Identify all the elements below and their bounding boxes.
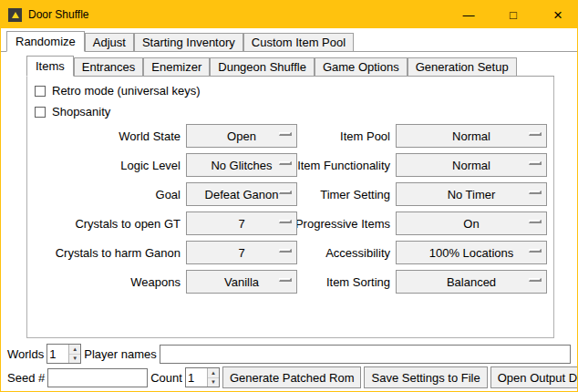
- worlds-spin-buttons: ▲ ▼: [68, 345, 80, 363]
- randomize-pane: Items Entrances Enemizer Dungeon Shuffle…: [26, 56, 554, 338]
- shopsanity-checkbox[interactable]: [35, 107, 46, 118]
- count-spin-buttons: ▲ ▼: [207, 368, 219, 387]
- minimize-icon[interactable]: —: [449, 1, 488, 28]
- open-output-directory-button[interactable]: Open Output Directory: [490, 366, 578, 388]
- shopsanity-label: Shopsanity: [52, 105, 110, 119]
- dropdown-indicator-icon: [279, 191, 292, 194]
- field-label-crystals-harm-ganon: Crystals to harm Ganon: [33, 241, 186, 264]
- dropdown-progressive-items[interactable]: On: [396, 211, 547, 235]
- field-label-item-sorting: Item Sorting: [297, 270, 396, 294]
- bottom-bar: Worlds ▲ ▼ Player names Seed # Count ▲ ▼: [2, 342, 576, 389]
- dropdown-timer-setting[interactable]: No Timer: [396, 182, 547, 206]
- dropdown-indicator-icon: [529, 191, 542, 194]
- triforce-icon: [12, 12, 19, 18]
- worlds-label: Worlds: [7, 347, 44, 361]
- dropdown-crystals-open-gt[interactable]: 7: [186, 211, 297, 235]
- shopsanity-row: Shopsanity: [33, 101, 553, 122]
- worlds-spin-down-icon[interactable]: ▼: [69, 354, 80, 364]
- count-spin-down-icon[interactable]: ▼: [208, 377, 219, 387]
- dropdown-value: Normal: [452, 159, 490, 172]
- items-pane: Retro mode (universal keys) Shopsanity W…: [26, 77, 554, 338]
- retro-mode-label: Retro mode (universal keys): [52, 84, 201, 98]
- subtab-enemizer[interactable]: Enemizer: [143, 57, 210, 76]
- dropdown-weapons[interactable]: Vanilla: [186, 270, 297, 294]
- close-icon[interactable]: ×: [539, 1, 577, 28]
- app-icon: [8, 8, 22, 22]
- dropdown-world-state[interactable]: Open: [186, 124, 297, 148]
- subtab-entrances[interactable]: Entrances: [74, 57, 144, 76]
- field-label-weapons: Weapons: [33, 270, 186, 294]
- sub-tab-bar: Items Entrances Enemizer Dungeon Shuffle…: [26, 56, 554, 77]
- settings-form: World State Open Item Pool Normal Logic …: [33, 124, 553, 294]
- dropdown-indicator-icon: [529, 132, 542, 136]
- tab-custom-item-pool[interactable]: Custom Item Pool: [243, 33, 354, 51]
- subtab-items[interactable]: Items: [26, 56, 74, 77]
- dropdown-value: 7: [238, 217, 244, 231]
- door-shuffle-window: Door Shuffle — □ × Randomize Adjust Star…: [0, 0, 578, 392]
- tab-starting-inventory[interactable]: Starting Inventory: [134, 33, 243, 51]
- field-label-accessibility: Accessibility: [297, 241, 396, 264]
- field-label-crystals-open-gt: Crystals to open GT: [33, 211, 186, 235]
- seed-label: Seed #: [7, 371, 45, 385]
- dropdown-value: 100% Locations: [429, 246, 514, 260]
- dropdown-indicator-icon: [279, 132, 292, 136]
- worlds-spinner[interactable]: ▲ ▼: [46, 344, 81, 364]
- dropdown-indicator-icon: [279, 278, 292, 282]
- player-names-input[interactable]: [160, 345, 571, 364]
- field-label-logic-level: Logic Level: [33, 153, 186, 177]
- seed-input[interactable]: [47, 368, 148, 387]
- save-settings-button[interactable]: Save Settings to File: [364, 366, 487, 388]
- seed-row: Seed # Count ▲ ▼ Generate Patched Rom Sa…: [2, 366, 576, 389]
- tab-adjust[interactable]: Adjust: [85, 33, 134, 51]
- dropdown-value: No Glitches: [211, 159, 272, 172]
- retro-mode-checkbox[interactable]: [35, 86, 46, 97]
- dropdown-indicator-icon: [529, 278, 542, 282]
- titlebar[interactable]: Door Shuffle — □ ×: [1, 1, 577, 28]
- dropdown-value: 7: [238, 246, 244, 260]
- retro-mode-row: Retro mode (universal keys): [33, 80, 553, 101]
- worlds-row: Worlds ▲ ▼ Player names: [2, 342, 576, 366]
- subtab-generation-setup[interactable]: Generation Setup: [408, 57, 517, 76]
- window-title: Door Shuffle: [28, 8, 89, 21]
- dropdown-item-pool[interactable]: Normal: [396, 124, 547, 148]
- tab-randomize[interactable]: Randomize: [6, 31, 85, 52]
- field-label-goal: Goal: [33, 182, 186, 206]
- dropdown-value: Open: [227, 129, 256, 143]
- dropdown-value: Normal: [452, 129, 490, 143]
- count-value-input[interactable]: [186, 368, 207, 387]
- dropdown-value: Balanced: [447, 275, 496, 289]
- dropdown-value: No Timer: [448, 188, 496, 201]
- dropdown-accessibility[interactable]: 100% Locations: [396, 241, 547, 264]
- dropdown-indicator-icon: [529, 220, 542, 223]
- subtab-game-options[interactable]: Game Options: [315, 57, 408, 76]
- worlds-spin-up-icon[interactable]: ▲: [69, 345, 80, 354]
- dropdown-indicator-icon: [529, 161, 542, 165]
- dropdown-item-functionality[interactable]: Normal: [396, 153, 547, 177]
- dropdown-goal[interactable]: Defeat Ganon: [186, 182, 297, 206]
- main-tab-bar: Randomize Adjust Starting Inventory Cust…: [1, 31, 577, 52]
- player-names-label: Player names: [84, 347, 156, 361]
- field-label-item-functionality: Item Functionality: [297, 153, 396, 177]
- dropdown-indicator-icon: [279, 220, 292, 223]
- dropdown-value: Defeat Ganon: [205, 188, 279, 201]
- count-label: Count: [150, 371, 182, 385]
- dropdown-crystals-harm-ganon[interactable]: 7: [186, 241, 297, 264]
- count-spinner[interactable]: ▲ ▼: [185, 367, 220, 387]
- dropdown-value: On: [463, 217, 479, 231]
- field-label-timer-setting: Timer Setting: [297, 182, 396, 206]
- dropdown-value: Vanilla: [224, 275, 259, 289]
- dropdown-logic-level[interactable]: No Glitches: [186, 153, 297, 177]
- dropdown-indicator-icon: [529, 249, 542, 253]
- count-spin-up-icon[interactable]: ▲: [208, 368, 219, 377]
- dropdown-item-sorting[interactable]: Balanced: [396, 270, 547, 294]
- dropdown-indicator-icon: [279, 161, 292, 165]
- dropdown-indicator-icon: [279, 249, 292, 253]
- subtab-dungeon-shuffle[interactable]: Dungeon Shuffle: [210, 57, 315, 76]
- field-label-item-pool: Item Pool: [297, 124, 396, 148]
- generate-patched-rom-button[interactable]: Generate Patched Rom: [222, 366, 362, 388]
- worlds-value-input[interactable]: [47, 345, 68, 363]
- field-label-world-state: World State: [33, 124, 186, 148]
- field-label-progressive-items: Progressive Items: [297, 211, 396, 235]
- maximize-icon[interactable]: □: [494, 1, 532, 28]
